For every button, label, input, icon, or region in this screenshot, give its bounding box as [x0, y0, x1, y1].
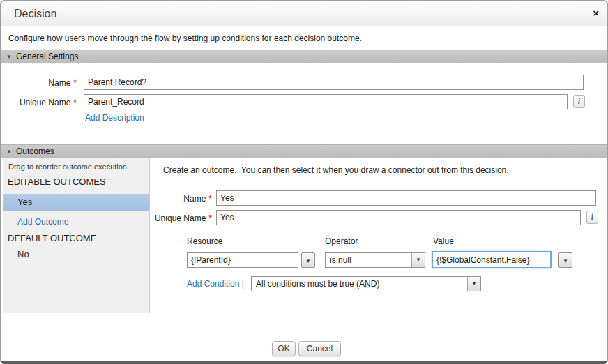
- decision-dialog: Decision × Configure how users move thro…: [0, 0, 608, 364]
- info-icon[interactable]: i: [573, 95, 585, 108]
- operator-select[interactable]: is null▼: [325, 252, 425, 268]
- outcome-detail-panel: Create an outcome. You can then select i…: [151, 158, 608, 340]
- chevron-down-icon: ▼: [305, 258, 311, 264]
- outcome-intro-text: Create an outcome. You can then select i…: [163, 165, 509, 175]
- cancel-button[interactable]: Cancel: [298, 341, 341, 356]
- outcome-name-label: Name*: [151, 194, 212, 204]
- unique-name-input[interactable]: [84, 94, 568, 109]
- add-description-link[interactable]: Add Description: [85, 113, 144, 123]
- operator-column-label: Operator: [325, 236, 358, 246]
- add-condition-link[interactable]: Add Condition |: [187, 279, 244, 289]
- dialog-titlebar: Decision ×: [1, 1, 607, 26]
- collapse-icon: ▼: [6, 50, 12, 63]
- drag-reorder-hint: Drag to reorder outcome execution: [8, 162, 127, 171]
- general-settings-header[interactable]: ▼ General Settings: [1, 50, 607, 63]
- info-icon[interactable]: i: [586, 211, 598, 224]
- resource-dropdown-button[interactable]: ▼: [301, 252, 315, 268]
- outcomes-header[interactable]: ▼ Outcomes: [1, 144, 607, 158]
- required-marker: *: [206, 194, 212, 204]
- value-input[interactable]: [432, 251, 552, 268]
- value-column-label: Value: [433, 236, 454, 246]
- outcome-name-input[interactable]: [216, 190, 596, 206]
- chevron-down-icon: ▼: [411, 253, 425, 267]
- unique-name-label: Unique Name*: [1, 98, 77, 107]
- condition-logic-select[interactable]: All conditions must be true (AND)▼: [251, 276, 481, 291]
- value-dropdown-button[interactable]: ▼: [558, 252, 572, 268]
- required-marker: *: [70, 98, 77, 107]
- sidebar-item-no[interactable]: No: [17, 249, 29, 259]
- chevron-down-icon: ▼: [467, 277, 480, 291]
- ok-button[interactable]: OK: [272, 341, 296, 356]
- dialog-title: Decision: [14, 1, 56, 26]
- collapse-icon: ▼: [6, 145, 12, 158]
- resource-column-label: Resource: [187, 236, 222, 246]
- chevron-down-icon: ▼: [563, 258, 568, 264]
- add-outcome-link[interactable]: Add Outcome: [17, 217, 68, 227]
- default-outcome-heading: DEFAULT OUTCOME: [8, 233, 96, 243]
- outcome-unique-name-input[interactable]: [216, 210, 581, 225]
- name-input[interactable]: [84, 75, 584, 90]
- name-label: Name*: [1, 78, 77, 88]
- required-marker: *: [70, 78, 77, 88]
- dialog-description: Configure how users move through the flo…: [8, 33, 362, 43]
- general-settings-header-label: General Settings: [16, 50, 78, 63]
- editable-outcomes-heading: EDITABLE OUTCOMES: [8, 176, 106, 187]
- resource-input[interactable]: [187, 252, 298, 268]
- close-icon[interactable]: ×: [593, 7, 599, 20]
- sidebar-item-yes[interactable]: Yes: [3, 194, 149, 211]
- outcomes-header-label: Outcomes: [16, 145, 54, 158]
- outcome-unique-name-label: Unique Name*: [151, 213, 212, 223]
- outcomes-sidebar: Drag to reorder outcome execution EDITAB…: [3, 158, 150, 313]
- required-marker: *: [206, 213, 212, 223]
